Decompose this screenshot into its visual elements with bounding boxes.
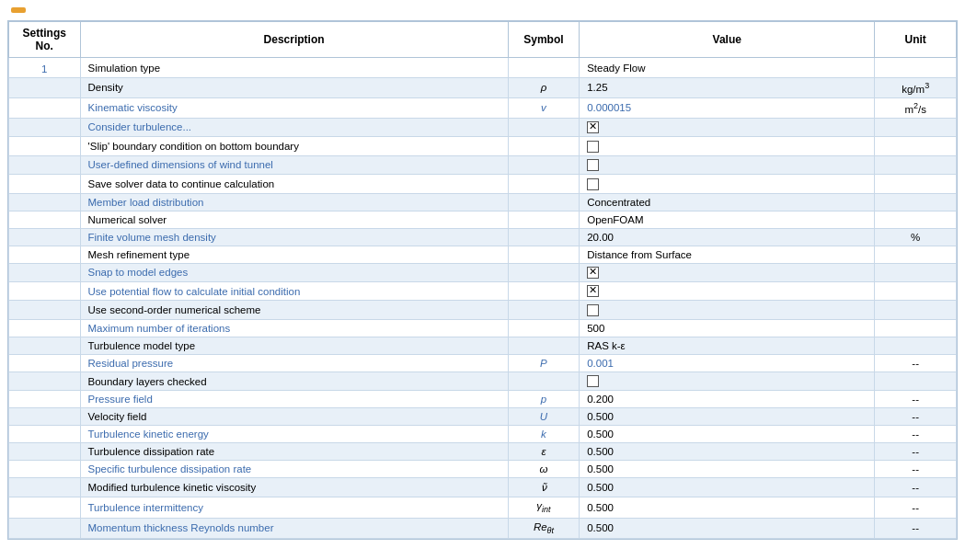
row-value: Concentrated [580, 193, 875, 211]
row-symbol: k [508, 426, 580, 443]
row-symbol: U [508, 408, 580, 426]
row-num [9, 246, 81, 263]
row-unit: -- [875, 354, 957, 371]
checkbox [587, 121, 599, 133]
table-row: Save solver data to continue calculation [9, 175, 957, 193]
row-desc: Turbulence kinetic energy [80, 426, 508, 443]
row-value: RAS k-ε [580, 337, 875, 354]
col-header-val: Value [580, 22, 875, 58]
row-unit: -- [875, 391, 957, 408]
row-desc: Boundary layers checked [80, 371, 508, 390]
row-symbol [508, 246, 580, 263]
table-row: Turbulence kinetic energyk0.500-- [9, 426, 957, 443]
table-row: Boundary layers checked [9, 371, 957, 390]
row-desc: Snap to model edges [80, 263, 508, 281]
table-row: Velocity fieldU0.500-- [9, 408, 957, 426]
row-unit: -- [875, 497, 957, 518]
row-symbol [508, 58, 580, 78]
table-row: Numerical solverOpenFOAM [9, 211, 957, 228]
row-num [9, 497, 81, 518]
row-unit: m2/s [875, 97, 957, 118]
row-desc: Member load distribution [80, 193, 508, 211]
row-num [9, 78, 81, 98]
row-num [9, 193, 81, 211]
row-num [9, 263, 81, 281]
table-row: Momentum thickness Reynolds numberReθt0.… [9, 518, 957, 538]
row-num [9, 354, 81, 371]
row-num [9, 371, 81, 390]
row-desc: Turbulence dissipation rate [80, 443, 508, 461]
row-unit [875, 371, 957, 390]
row-value [580, 118, 875, 136]
row-desc: Specific turbulence dissipation rate [80, 461, 508, 478]
row-value: Steady Flow [580, 58, 875, 78]
row-symbol [508, 137, 580, 155]
table-row: Member load distributionConcentrated [9, 193, 957, 211]
table-row: Mesh refinement typeDistance from Surfac… [9, 246, 957, 263]
row-unit [875, 282, 957, 301]
table-row: Use potential flow to calculate initial … [9, 282, 957, 301]
col-header-sym: Symbol [508, 22, 580, 58]
row-unit [875, 193, 957, 211]
row-value: 0.200 [580, 391, 875, 408]
row-value: Distance from Surface [580, 246, 875, 263]
row-value: 0.500 [580, 408, 875, 426]
row-num [9, 518, 81, 538]
row-symbol [508, 337, 580, 354]
row-num [9, 175, 81, 193]
row-num [9, 228, 81, 246]
table-row: Finite volume mesh density20.00% [9, 228, 957, 246]
row-value [580, 155, 875, 174]
row-num [9, 426, 81, 443]
table-row: Turbulence dissipation rateε0.500-- [9, 443, 957, 461]
checkbox [587, 178, 599, 190]
row-symbol [508, 301, 580, 319]
row-unit [875, 319, 957, 337]
table-row: Kinematic viscosityv0.000015m2/s [9, 97, 957, 118]
row-symbol [508, 155, 580, 174]
row-value: 0.001 [580, 354, 875, 371]
row-symbol [508, 211, 580, 228]
row-desc: User-defined dimensions of wind tunnel [80, 155, 508, 174]
table-row: Pressure fieldp0.200-- [9, 391, 957, 408]
table-wrapper: SettingsNo. Description Symbol Value Uni… [7, 20, 958, 540]
row-value [580, 301, 875, 319]
row-symbol [508, 371, 580, 390]
row-desc: Finite volume mesh density [80, 228, 508, 246]
row-value [580, 175, 875, 193]
checkbox [587, 304, 599, 316]
row-value: 0.500 [580, 443, 875, 461]
row-desc: Consider turbulence... [80, 118, 508, 136]
row-symbol [508, 282, 580, 301]
row-num [9, 337, 81, 354]
row-unit [875, 118, 957, 136]
row-value [580, 263, 875, 281]
row-value: 0.500 [580, 426, 875, 443]
row-symbol: ε [508, 443, 580, 461]
table-header-row: SettingsNo. Description Symbol Value Uni… [9, 22, 957, 58]
row-value [580, 137, 875, 155]
row-num [9, 118, 81, 136]
row-desc: Momentum thickness Reynolds number [80, 518, 508, 538]
row-value: 0.500 [580, 478, 875, 497]
row-unit: kg/m3 [875, 78, 957, 98]
row-desc: Pressure field [80, 391, 508, 408]
row-desc: 'Slip' boundary condition on bottom boun… [80, 137, 508, 155]
row-unit [875, 137, 957, 155]
row-symbol: p [508, 391, 580, 408]
row-num [9, 97, 81, 118]
row-num [9, 301, 81, 319]
row-symbol [508, 263, 580, 281]
row-desc: Simulation type [80, 58, 508, 78]
row-unit [875, 246, 957, 263]
row-desc: Kinematic viscosity [80, 97, 508, 118]
row-unit [875, 337, 957, 354]
table-row: Modified turbulence kinetic viscosityν̃0… [9, 478, 957, 497]
row-num [9, 211, 81, 228]
row-unit: -- [875, 443, 957, 461]
row-num [9, 391, 81, 408]
row-num [9, 478, 81, 497]
header [0, 0, 965, 20]
checkbox [587, 141, 599, 153]
row-value: 0.500 [580, 518, 875, 538]
